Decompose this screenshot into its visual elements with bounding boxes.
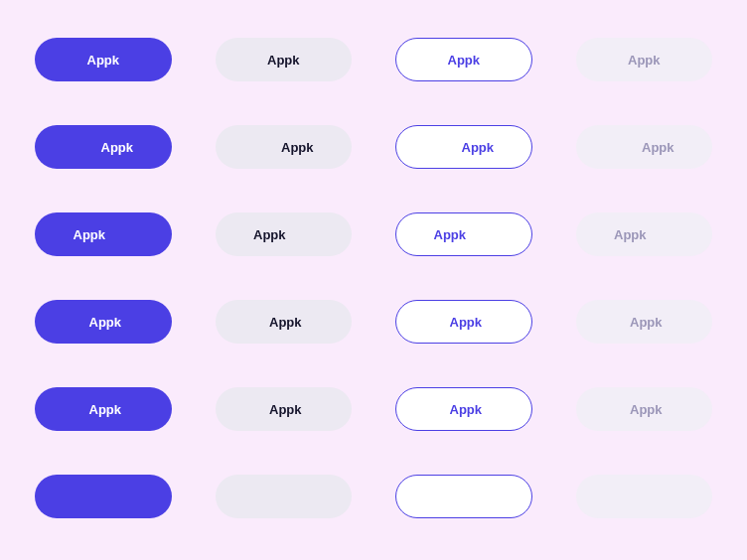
- button-outline-dropdown-icon[interactable]: Appk: [395, 300, 532, 344]
- button-primary-icon-right[interactable]: Appk: [35, 212, 172, 256]
- button-label: Appk: [89, 402, 122, 417]
- square-dots-icon: [635, 488, 653, 505]
- button-secondary-icon-left[interactable]: Appk: [216, 125, 353, 169]
- button-outline-icon-right[interactable]: Appk: [395, 212, 532, 256]
- button-outline-text[interactable]: Appk: [395, 38, 532, 81]
- button-secondary-dropdown-icon[interactable]: Appk: [216, 300, 353, 344]
- button-grid: Appk Appk Appk Appk Appk Appk Appk Appk …: [35, 38, 712, 518]
- button-label: Appk: [87, 53, 120, 68]
- button-label: Appk: [628, 53, 661, 68]
- button-ghost-icon-left[interactable]: Appk: [576, 125, 713, 169]
- button-label: Appk: [642, 140, 674, 155]
- chevron-down-icon: [672, 403, 686, 415]
- button-label: Appk: [434, 227, 467, 242]
- square-dots-icon: [657, 225, 674, 243]
- chevron-down-icon: [131, 316, 145, 328]
- square-dots-icon: [253, 138, 271, 156]
- square-dots-icon: [614, 138, 632, 156]
- square-dots-icon: [422, 313, 440, 331]
- button-label: Appk: [269, 315, 302, 330]
- button-label: Appk: [253, 227, 286, 242]
- chevron-down-icon: [492, 403, 506, 415]
- square-dots-icon: [296, 225, 314, 243]
- square-dots-icon: [115, 225, 133, 243]
- square-dots-icon: [74, 138, 91, 156]
- button-outline-dropdown[interactable]: Appk: [395, 387, 532, 431]
- button-secondary-icon-only[interactable]: [216, 475, 353, 518]
- button-label: Appk: [74, 227, 106, 242]
- chevron-down-icon: [131, 403, 145, 415]
- button-primary-dropdown[interactable]: Appk: [35, 387, 172, 431]
- button-label: Appk: [630, 402, 663, 417]
- button-label: Appk: [462, 140, 495, 155]
- button-ghost-dropdown[interactable]: Appk: [576, 387, 713, 431]
- button-label: Appk: [614, 227, 647, 242]
- button-label: Appk: [450, 402, 483, 417]
- button-secondary-icon-right[interactable]: Appk: [216, 212, 353, 256]
- square-dots-icon: [434, 138, 452, 156]
- button-primary-icon-only[interactable]: [35, 475, 172, 518]
- square-dots-icon: [94, 488, 112, 505]
- square-dots-icon: [241, 313, 259, 331]
- chevron-down-icon: [312, 316, 326, 328]
- button-label: Appk: [269, 402, 302, 417]
- button-primary-text[interactable]: Appk: [35, 38, 172, 81]
- button-label: Appk: [448, 53, 481, 68]
- button-ghost-text[interactable]: Appk: [576, 38, 713, 81]
- button-label: Appk: [89, 315, 122, 330]
- button-label: Appk: [450, 315, 483, 330]
- button-ghost-icon-only[interactable]: [576, 475, 713, 518]
- button-label: Appk: [101, 140, 134, 155]
- square-dots-icon: [476, 225, 494, 243]
- chevron-down-icon: [672, 316, 686, 328]
- square-dots-icon: [602, 313, 620, 331]
- button-secondary-dropdown[interactable]: Appk: [216, 387, 353, 431]
- button-ghost-icon-right[interactable]: Appk: [576, 212, 713, 256]
- square-dots-icon: [274, 488, 292, 505]
- button-primary-icon-left[interactable]: Appk: [35, 125, 172, 169]
- button-label: Appk: [281, 140, 314, 155]
- chevron-down-icon: [312, 403, 326, 415]
- button-outline-icon-left[interactable]: Appk: [395, 125, 532, 169]
- button-outline-icon-only[interactable]: [395, 475, 532, 518]
- button-ghost-dropdown-icon[interactable]: Appk: [576, 300, 713, 344]
- button-label: Appk: [630, 315, 663, 330]
- chevron-down-icon: [492, 316, 506, 328]
- square-dots-icon: [455, 488, 473, 505]
- button-primary-dropdown-icon[interactable]: Appk: [35, 300, 172, 344]
- button-secondary-text[interactable]: Appk: [216, 38, 353, 81]
- square-dots-icon: [62, 313, 79, 331]
- button-label: Appk: [267, 53, 300, 68]
